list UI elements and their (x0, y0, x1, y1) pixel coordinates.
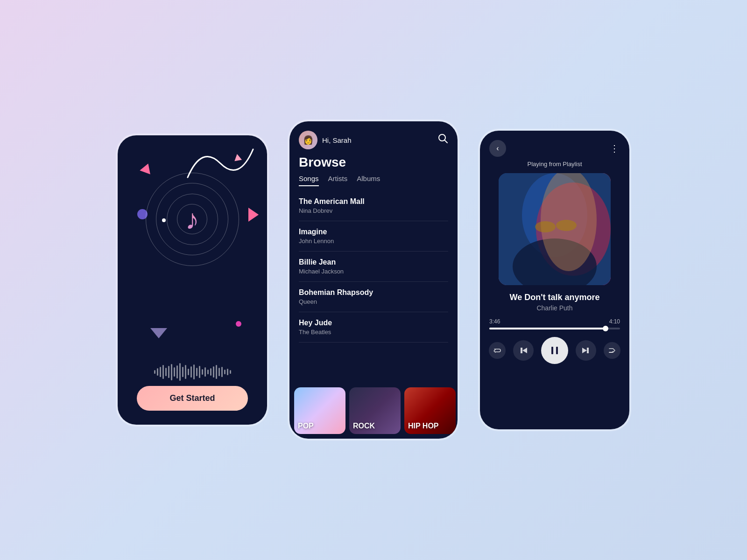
triangle-play (248, 208, 259, 222)
song-item[interactable]: Imagine John Lennon (299, 221, 448, 252)
search-button[interactable] (438, 133, 448, 147)
song-item[interactable]: Billie Jean Michael Jackson (299, 252, 448, 282)
svg-marker-9 (521, 348, 522, 353)
svg-rect-11 (551, 347, 553, 354)
svg-marker-14 (587, 348, 589, 353)
progress-thumb[interactable] (603, 326, 608, 331)
waveform (154, 363, 231, 381)
tab-songs[interactable]: Songs (299, 175, 319, 186)
genre-pop-card[interactable]: POP (294, 387, 345, 434)
tabs-bar: Songs Artists Albums (289, 170, 458, 186)
back-button[interactable]: ‹ (489, 140, 506, 157)
tab-albums[interactable]: Albums (357, 175, 380, 186)
music-note-icon: ♪ (185, 203, 199, 236)
phone3-frame: ‹ ⋮ Playing from Playlist (478, 129, 631, 431)
genre-pop-bg: POP (294, 387, 345, 434)
next-icon (581, 346, 591, 355)
search-icon (438, 133, 448, 144)
phone3: ‹ ⋮ Playing from Playlist (480, 131, 629, 429)
svg-point-8 (556, 220, 577, 231)
song-title: Bohemian Rhapsody (299, 288, 448, 297)
get-started-button[interactable]: Get Started (137, 386, 248, 411)
next-button[interactable] (576, 340, 596, 361)
album-art-gradient (499, 173, 611, 285)
more-options-button[interactable]: ⋮ (610, 143, 620, 154)
album-art (499, 173, 611, 285)
phone2: 👩 Hi, Sarah Browse Songs Artists Albums (289, 121, 458, 439)
genre-row: POP ROCK HIP HOP (289, 387, 458, 439)
genre-rock-bg: ROCK (349, 387, 401, 434)
browse-header: 👩 Hi, Sarah (289, 121, 458, 149)
song-artist: The Beatles (299, 329, 448, 336)
svg-marker-13 (582, 348, 587, 353)
genre-hiphop-bg: HIP HOP (404, 387, 456, 434)
phone1-content: ♪ (118, 135, 267, 425)
dot-pink (236, 321, 241, 327)
progress-section: 3:46 4:10 (489, 318, 620, 329)
progress-bar[interactable] (489, 328, 620, 329)
phone3-content: ‹ ⋮ Playing from Playlist (480, 131, 629, 429)
phone1: ♪ (118, 135, 267, 425)
triangle-down (150, 328, 167, 338)
greeting-text: Hi, Sarah (322, 136, 352, 144)
phones-container: ♪ (116, 119, 631, 441)
total-time: 4:10 (609, 318, 620, 325)
now-playing-artist: Charlie Puth (536, 304, 572, 312)
song-artist: Nina Dobrev (299, 207, 448, 214)
genre-rock-card[interactable]: ROCK (349, 387, 401, 434)
playlist-label: Playing from Playlist (527, 161, 582, 168)
playback-controls (489, 337, 620, 364)
genre-rock-label: ROCK (353, 422, 375, 430)
genre-hiphop-label: HIP HOP (408, 422, 439, 430)
phone2-frame: 👩 Hi, Sarah Browse Songs Artists Albums (288, 119, 459, 441)
music-circle: ♪ (146, 173, 239, 266)
song-artist: John Lennon (299, 238, 448, 245)
song-item[interactable]: Bohemian Rhapsody Queen (299, 282, 448, 312)
progress-fill (489, 328, 606, 329)
user-info: 👩 Hi, Sarah (299, 131, 352, 149)
player-header: ‹ ⋮ (489, 140, 620, 157)
song-artist: Queen (299, 298, 448, 305)
tab-artists[interactable]: Artists (328, 175, 348, 186)
song-title: Billie Jean (299, 258, 448, 266)
song-title: Imagine (299, 228, 448, 236)
shuffle-button[interactable] (604, 342, 620, 359)
genre-hiphop-card[interactable]: HIP HOP (404, 387, 456, 434)
genre-pop-label: POP (298, 422, 314, 430)
previous-button[interactable] (513, 340, 534, 361)
song-artist: Michael Jackson (299, 268, 448, 275)
phone2-content: 👩 Hi, Sarah Browse Songs Artists Albums (289, 121, 458, 439)
prev-icon (519, 346, 528, 355)
repeat-icon (493, 346, 501, 355)
repeat-button[interactable] (489, 342, 506, 359)
song-title: Hey Jude (299, 319, 448, 327)
svg-point-7 (535, 221, 556, 232)
phone1-frame: ♪ (116, 133, 269, 427)
svg-marker-10 (522, 348, 527, 353)
time-row: 3:46 4:10 (489, 318, 620, 325)
shuffle-icon (608, 346, 616, 355)
songs-list: The American Mall Nina Dobrev Imagine Jo… (289, 186, 458, 387)
svg-rect-12 (556, 347, 558, 354)
browse-title: Browse (289, 149, 458, 170)
album-art-svg (499, 173, 611, 285)
play-pause-button[interactable] (541, 337, 568, 364)
now-playing-title: We Don't talk anymore (510, 293, 600, 302)
avatar: 👩 (299, 131, 317, 149)
pause-icon (549, 345, 560, 356)
current-time: 3:46 (489, 318, 500, 325)
song-item[interactable]: The American Mall Nina Dobrev (299, 191, 448, 221)
song-title: The American Mall (299, 197, 448, 206)
song-item[interactable]: Hey Jude The Beatles (299, 312, 448, 343)
svg-line-1 (444, 140, 447, 143)
